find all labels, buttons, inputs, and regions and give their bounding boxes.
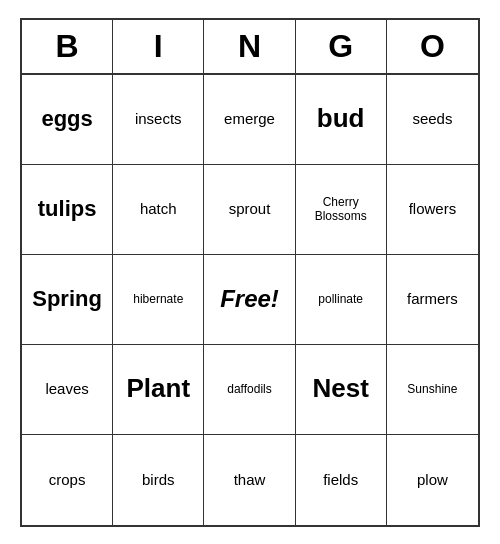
bingo-cell: insects [113, 75, 204, 165]
bingo-cell: thaw [204, 435, 295, 525]
cell-label: Free! [220, 285, 279, 314]
bingo-cell: Plant [113, 345, 204, 435]
cell-label: flowers [409, 200, 457, 218]
bingo-cell: emerge [204, 75, 295, 165]
bingo-cell: farmers [387, 255, 478, 345]
cell-label: Spring [32, 286, 102, 312]
cell-label: Sunshine [407, 382, 457, 396]
bingo-cell: Spring [22, 255, 113, 345]
cell-label: crops [49, 471, 86, 489]
cell-label: hibernate [133, 292, 183, 306]
header-letter: N [204, 20, 295, 73]
bingo-cell: birds [113, 435, 204, 525]
cell-label: emerge [224, 110, 275, 128]
bingo-cell: hatch [113, 165, 204, 255]
cell-label: thaw [234, 471, 266, 489]
bingo-grid: eggsinsectsemergebudseedstulipshatchspro… [22, 75, 478, 525]
bingo-cell: pollinate [296, 255, 387, 345]
bingo-cell: seeds [387, 75, 478, 165]
cell-label: plow [417, 471, 448, 489]
header-letter: I [113, 20, 204, 73]
cell-label: bud [317, 103, 365, 134]
header-letter: B [22, 20, 113, 73]
bingo-cell: crops [22, 435, 113, 525]
bingo-cell: Cherry Blossoms [296, 165, 387, 255]
cell-label: pollinate [318, 292, 363, 306]
bingo-cell: leaves [22, 345, 113, 435]
header-letter: G [296, 20, 387, 73]
cell-label: hatch [140, 200, 177, 218]
bingo-cell: Free! [204, 255, 295, 345]
cell-label: sprout [229, 200, 271, 218]
header-letter: O [387, 20, 478, 73]
cell-label: tulips [38, 196, 97, 222]
bingo-cell: Nest [296, 345, 387, 435]
cell-label: insects [135, 110, 182, 128]
cell-label: farmers [407, 290, 458, 308]
bingo-cell: fields [296, 435, 387, 525]
cell-label: eggs [41, 106, 92, 132]
bingo-card: BINGO eggsinsectsemergebudseedstulipshat… [20, 18, 480, 527]
bingo-cell: Sunshine [387, 345, 478, 435]
bingo-cell: tulips [22, 165, 113, 255]
cell-label: Nest [313, 373, 369, 404]
bingo-cell: bud [296, 75, 387, 165]
cell-label: seeds [412, 110, 452, 128]
bingo-cell: plow [387, 435, 478, 525]
cell-label: Plant [127, 373, 191, 404]
cell-label: leaves [45, 380, 88, 398]
cell-label: Cherry Blossoms [300, 195, 382, 224]
cell-label: daffodils [227, 382, 271, 396]
bingo-cell: sprout [204, 165, 295, 255]
bingo-cell: eggs [22, 75, 113, 165]
bingo-cell: hibernate [113, 255, 204, 345]
bingo-cell: flowers [387, 165, 478, 255]
cell-label: birds [142, 471, 175, 489]
cell-label: fields [323, 471, 358, 489]
bingo-cell: daffodils [204, 345, 295, 435]
bingo-header: BINGO [22, 20, 478, 75]
